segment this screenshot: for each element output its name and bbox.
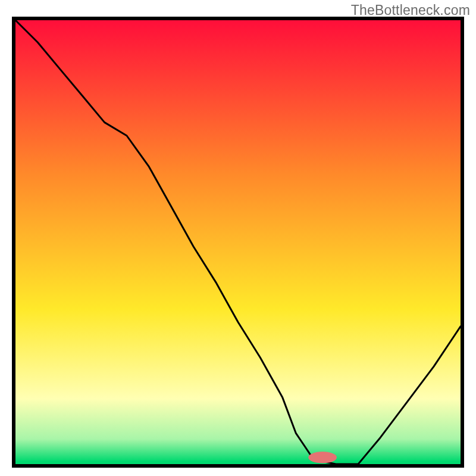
heatmap-gradient [14, 18, 462, 466]
plot-area [12, 17, 464, 468]
chart-frame: TheBottleneck.com [0, 0, 476, 476]
chart-svg [12, 17, 464, 468]
watermark-text: TheBottleneck.com [351, 2, 470, 18]
optimal-marker [308, 452, 337, 463]
